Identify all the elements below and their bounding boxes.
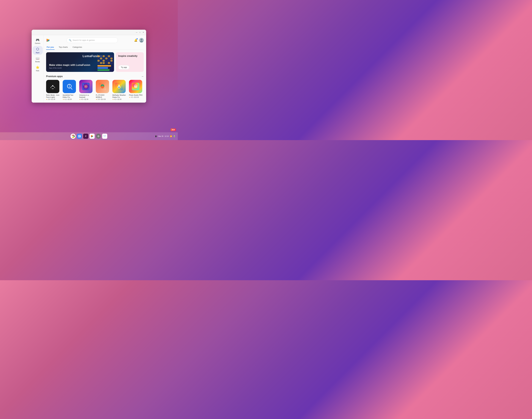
app-price-fl: $14.99 (101, 99, 106, 100)
try-app-button[interactable]: Try app (118, 65, 130, 69)
banner-subtitle: App of the month (49, 67, 111, 69)
app-icon-universe (79, 80, 92, 93)
app-rating-myradar: 4.5 (114, 99, 116, 100)
svg-point-20 (88, 84, 88, 84)
app-meta-retro: ★ 3.8 • $1.99 (46, 99, 61, 100)
user-avatar[interactable] (139, 38, 144, 42)
app-name-photo: Photo Studio PRO (129, 94, 144, 96)
sidebar-kids-label: Kids (36, 70, 39, 72)
star-icon-3: ★ (79, 99, 81, 100)
sidebar-item-books[interactable]: 📖 Books (33, 55, 43, 64)
tab-categories[interactable]: Categories (72, 45, 83, 50)
app-rating-universe: 4.9 (81, 99, 83, 100)
svg-rect-5 (78, 136, 80, 136)
main-area: 🔍 Search for apps & games 🔔 (44, 35, 146, 103)
tab-top-charts[interactable]: Top charts (58, 45, 68, 50)
banner-text: Make video magic with LumaFusion App of … (49, 64, 111, 69)
taskbar-play-icon[interactable] (90, 134, 95, 139)
close-button[interactable]: ✕ (142, 31, 144, 33)
svg-point-11 (52, 85, 53, 86)
svg-rect-4 (78, 135, 80, 136)
app-meta-myradar: ★ 4.5 • $3.99 (112, 99, 128, 100)
app-icon-quickedit (63, 80, 76, 93)
app-price-retro: $1.99 (51, 99, 55, 100)
taskbar-phone-icon: 📱 (155, 135, 157, 137)
sidebar-books-label: Books (35, 61, 40, 63)
taskbar-right: 📱 Mar 30 12:10 📶 🔋 (155, 135, 175, 137)
taskbar-chrome-icon[interactable] (70, 134, 76, 139)
star-icon-5: ★ (112, 99, 114, 100)
bell-button[interactable]: 🔔 (134, 39, 137, 42)
title-bar: — □ ✕ (32, 30, 146, 35)
app-icon-retro (46, 80, 59, 93)
star-icon-4: ★ (96, 99, 97, 100)
svg-rect-10 (49, 83, 56, 90)
taskbar-wifi-icon: 📶 (170, 135, 172, 137)
app-price-universe: $2.99 (85, 99, 88, 100)
taskbar-slack-icon[interactable]: # (83, 134, 88, 139)
taskbar-settings-icon[interactable]: ⚙ (96, 134, 101, 139)
apps-grid: Retro Mode - Icon Pack (Light) ★ 3.8 • $… (46, 80, 144, 100)
app-icon-fl (96, 80, 109, 93)
tab-for-you[interactable]: For you (46, 45, 54, 50)
app-card-fl[interactable]: FL STUDIO MOBILE ★ 3.8 • $14.99 (96, 80, 111, 100)
search-placeholder: Search for apps & games (73, 39, 95, 41)
app-price-quickedit: $3.99 (68, 99, 72, 100)
notification-dot (137, 38, 138, 39)
sidebar: 🎮 Games ⬡ Apps 📖 Books ⭐ Kids (32, 35, 44, 103)
taskbar-shield-icon[interactable]: 🛡 (102, 134, 107, 139)
see-more-button[interactable]: → (141, 75, 144, 78)
svg-point-8 (141, 39, 142, 40)
search-bar[interactable]: 🔍 Search for apps & games (67, 38, 118, 43)
app-rating-photo: 4.5 (131, 96, 133, 98)
app-card-universe[interactable]: Universe in a Nutshell ★ 4.9 • $2.99 (79, 80, 94, 100)
play-logo (46, 38, 50, 42)
svg-point-31 (135, 85, 136, 87)
app-card-retro[interactable]: Retro Mode - Icon Pack (Light) ★ 3.8 • $… (46, 80, 61, 100)
sidebar-item-games[interactable]: 🎮 Games (33, 37, 43, 45)
app-meta-quickedit: ★ 4.2 • $3.99 (63, 99, 78, 100)
sidebar-item-kids[interactable]: ⭐ Kids (33, 64, 43, 73)
xda-badge: XDA (171, 129, 176, 131)
app-rating-quickedit: 4.2 (65, 99, 67, 100)
app-name-fl: FL STUDIO MOBILE (96, 94, 111, 98)
app-card-photo[interactable]: PRO Photo Studio PRO ★ 4.5 • $19.99 (129, 80, 144, 100)
apps-icon: ⬡ (36, 47, 39, 51)
premium-apps-section: Premium apps → (46, 75, 144, 100)
app-name-myradar: MyRadar Weather Radar Pro (112, 94, 128, 98)
taskbar-date: Mar 30 (158, 135, 163, 137)
app-card-quickedit[interactable]: QuickEdit Text Editor Pro ★ 4.2 • $3.99 (63, 80, 78, 100)
taskbar-files-icon[interactable] (77, 134, 82, 139)
hero-banner[interactable]: LumaFusion (46, 52, 114, 72)
sidebar-apps-label: Apps (36, 52, 39, 53)
app-rating-fl: 3.8 (98, 99, 100, 100)
svg-point-24 (101, 86, 104, 89)
minimize-button[interactable]: — (136, 31, 138, 33)
banner-title: Make video magic with LumaFusion (49, 64, 111, 66)
sidebar-games-label: Games (35, 42, 40, 44)
app-rating-retro: 3.8 (48, 99, 50, 100)
taskbar-center: # ⚙ 🛡 (70, 134, 107, 139)
app-meta-fl: ★ 3.8 • $14.99 (96, 99, 111, 100)
section-title: Premium apps (46, 75, 63, 78)
promo-card: Inspire creativity Try app (116, 52, 144, 72)
window-content: 🎮 Games ⬡ Apps 📖 Books ⭐ Kids (32, 35, 146, 103)
app-price-photo: $19.99 (134, 96, 139, 98)
svg-rect-6 (78, 137, 80, 137)
star-icon-2: ★ (63, 99, 64, 100)
sidebar-item-apps[interactable]: ⬡ Apps (33, 46, 43, 55)
star-icon-6: ★ (129, 96, 130, 98)
section-header: Premium apps → (46, 75, 144, 78)
maximize-button[interactable]: □ (139, 31, 141, 33)
app-meta-photo: ★ 4.5 • $19.99 (129, 96, 144, 98)
app-icon-photo: PRO (129, 80, 142, 93)
app-card-myradar[interactable]: PRO MyRadar Weather Radar Pro ★ 4.5 • $3… (112, 80, 128, 100)
tabs: For you Top charts Categories (46, 45, 144, 50)
games-icon: 🎮 (36, 38, 39, 42)
app-price-myradar: $3.99 (118, 99, 121, 100)
svg-point-2 (73, 136, 74, 137)
hero-section: LumaFusion (46, 52, 144, 72)
header-right: 🔔 (134, 38, 144, 42)
app-name-quickedit: QuickEdit Text Editor Pro (63, 94, 78, 98)
taskbar: # ⚙ 🛡 📱 Mar 30 12:10 📶 🔋 (0, 132, 178, 140)
